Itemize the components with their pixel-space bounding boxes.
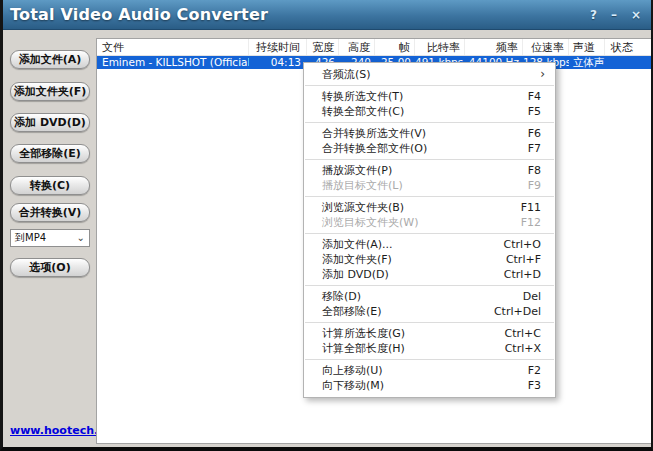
menu-separator (305, 159, 554, 160)
window-title: Total Video Audio Converter (10, 5, 268, 24)
menu-item-label: 播放目标文件(L) (322, 178, 403, 193)
menu-item-add-folder[interactable]: 添加文件夹(F) Ctrl+F (304, 252, 555, 267)
column-header-width[interactable]: 宽度 (307, 39, 339, 55)
menu-shortcut: Del (523, 289, 541, 304)
menu-item-merge-convert-selected[interactable]: 合并转换所选文件(V) F6 (304, 126, 555, 141)
menu-separator (305, 85, 554, 86)
minimize-button[interactable]: – (611, 9, 617, 21)
menu-item-browse-target-folder: 浏览目标文件夹(W) F12 (304, 215, 555, 230)
menu-item-convert-all[interactable]: 转换全部文件(C) F5 (304, 104, 555, 119)
add-file-button[interactable]: 添加文件(A) (10, 50, 90, 69)
menu-shortcut: F5 (528, 104, 541, 119)
chevron-down-icon: ⌄ (77, 234, 85, 242)
menu-item-label: 浏览源文件夹(B) (322, 200, 404, 215)
menu-item-label: 移除(D) (322, 289, 361, 304)
menu-item-calc-selected-length[interactable]: 计算所选长度(G) Ctrl+C (304, 326, 555, 341)
help-button[interactable]: ? (590, 9, 597, 21)
menu-separator (305, 285, 554, 286)
column-header-fps[interactable]: 帧 (375, 39, 415, 55)
menu-item-label: 计算所选长度(G) (322, 326, 405, 341)
menu-item-calc-all-length[interactable]: 计算全部长度(H) Ctrl+X (304, 341, 555, 356)
submenu-arrow-icon: › (540, 67, 545, 82)
menu-shortcut: F8 (528, 163, 541, 178)
menu-separator (305, 122, 554, 123)
menu-shortcut: F7 (528, 141, 541, 156)
column-header-status[interactable]: 状态 (605, 39, 651, 55)
menu-separator (305, 196, 554, 197)
menu-shortcut: Ctrl+X (505, 341, 541, 356)
menu-item-label: 添加 DVD(D) (322, 267, 389, 282)
menu-item-play-target: 播放目标文件(L) F9 (304, 178, 555, 193)
close-button[interactable]: × (631, 9, 641, 21)
options-button[interactable]: 选项(O) (10, 258, 90, 277)
column-header-bitrate[interactable]: 比特率 (415, 39, 465, 55)
column-header-file[interactable]: 文件 (97, 39, 249, 55)
menu-shortcut: Ctrl+O (504, 237, 541, 252)
menu-shortcut: F4 (528, 89, 541, 104)
app-window: Total Video Audio Converter ? – × 添加文件(A… (0, 0, 653, 451)
menu-item-audio-stream[interactable]: 音频流(S) › (304, 67, 555, 82)
menu-item-label: 转换所选文件(T) (322, 89, 403, 104)
titlebar[interactable]: Total Video Audio Converter ? – × (0, 0, 653, 30)
menu-shortcut: Ctrl+C (505, 326, 541, 341)
cell-channels: 立体声 (569, 56, 605, 69)
menu-separator (305, 233, 554, 234)
menu-item-merge-convert-all[interactable]: 合并转换全部文件(O) F7 (304, 141, 555, 156)
menu-separator (305, 322, 554, 323)
menu-item-move-up[interactable]: 向上移动(U) F2 (304, 363, 555, 378)
table-header: 文件 持续时间 宽度 高度 帧 比特率 频率 位速率 声道 状态 (97, 39, 651, 56)
output-format-value: 到MP4 (15, 231, 46, 245)
menu-item-label: 计算全部长度(H) (322, 341, 405, 356)
menu-item-label: 合并转换全部文件(O) (322, 141, 427, 156)
menu-item-move-down[interactable]: 向下移动(M) F3 (304, 378, 555, 393)
menu-shortcut: Ctrl+D (504, 267, 541, 282)
column-header-height[interactable]: 高度 (339, 39, 375, 55)
menu-item-label: 合并转换所选文件(V) (322, 126, 426, 141)
add-dvd-button[interactable]: 添加 DVD(D) (10, 113, 90, 132)
menu-separator (305, 359, 554, 360)
cell-duration: 04:13 (249, 56, 307, 69)
menu-item-label: 添加文件(A)... (322, 237, 393, 252)
menu-shortcut: F6 (528, 126, 541, 141)
cell-status (605, 56, 651, 69)
add-folder-button[interactable]: 添加文件夹(F) (10, 82, 90, 101)
convert-button[interactable]: 转换(C) (10, 176, 90, 195)
menu-item-label: 播放源文件(P) (322, 163, 392, 178)
menu-item-add-file[interactable]: 添加文件(A)... Ctrl+O (304, 237, 555, 252)
menu-shortcut: F2 (528, 363, 541, 378)
column-header-channels[interactable]: 声道 (569, 39, 605, 55)
menu-item-label: 向下移动(M) (322, 378, 384, 393)
cell-file: Eminem - KILLSHOT (Official Aud... (97, 56, 249, 69)
menu-shortcut: F3 (528, 378, 541, 393)
context-menu: 音频流(S) › 转换所选文件(T) F4 转换全部文件(C) F5 合并转换所… (303, 62, 556, 398)
menu-item-label: 全部移除(E) (322, 304, 382, 319)
menu-item-label: 向上移动(U) (322, 363, 383, 378)
column-header-audio-bitrate[interactable]: 位速率 (523, 39, 569, 55)
menu-shortcut: F12 (521, 215, 541, 230)
remove-all-button[interactable]: 全部移除(E) (10, 144, 90, 163)
menu-item-play-source[interactable]: 播放源文件(P) F8 (304, 163, 555, 178)
menu-shortcut: Ctrl+F (506, 252, 541, 267)
column-header-duration[interactable]: 持续时间 (249, 39, 307, 55)
menu-shortcut: F9 (528, 178, 541, 193)
menu-item-label: 转换全部文件(C) (322, 104, 404, 119)
column-header-frequency[interactable]: 频率 (465, 39, 523, 55)
output-format-select[interactable]: 到MP4 ⌄ (10, 229, 90, 247)
menu-item-label: 添加文件夹(F) (322, 252, 392, 267)
menu-item-label: 音频流(S) (322, 67, 371, 82)
menu-item-remove[interactable]: 移除(D) Del (304, 289, 555, 304)
menu-item-convert-selected[interactable]: 转换所选文件(T) F4 (304, 89, 555, 104)
menu-item-remove-all[interactable]: 全部移除(E) Ctrl+Del (304, 304, 555, 319)
menu-shortcut: F11 (521, 200, 541, 215)
menu-item-browse-source-folder[interactable]: 浏览源文件夹(B) F11 (304, 200, 555, 215)
menu-item-add-dvd[interactable]: 添加 DVD(D) Ctrl+D (304, 267, 555, 282)
merge-convert-button[interactable]: 合并转换(V) (10, 203, 90, 222)
menu-item-label: 浏览目标文件夹(W) (322, 215, 418, 230)
menu-shortcut: Ctrl+Del (494, 304, 541, 319)
